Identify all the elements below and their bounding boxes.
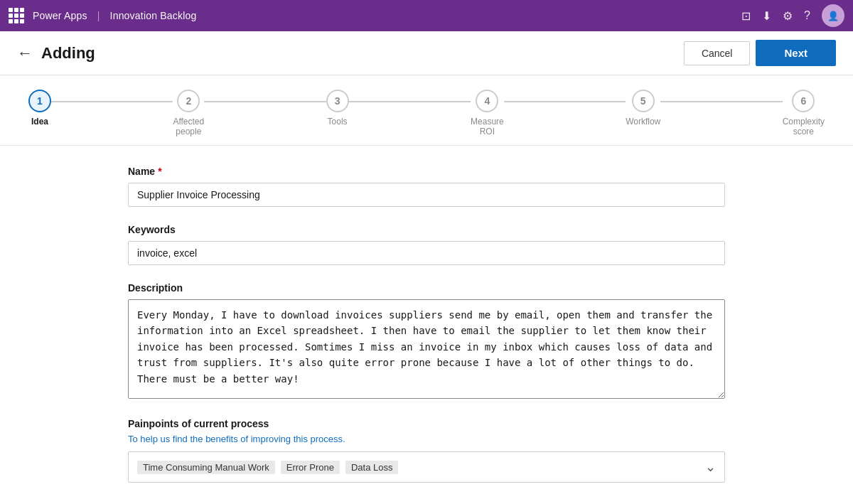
step-circle-6: 6 <box>792 90 815 112</box>
back-arrow-icon: ← <box>17 44 33 63</box>
name-input[interactable] <box>128 183 725 207</box>
tag-error-prone: Error Prone <box>281 461 340 474</box>
back-button[interactable]: ← <box>17 44 33 63</box>
topbar-separator: | <box>97 10 100 21</box>
avatar[interactable]: 👤 <box>822 4 844 27</box>
step-circle-3: 3 <box>326 90 349 112</box>
download-icon[interactable]: ⬇ <box>762 9 771 23</box>
step-label-2: Affectedpeople <box>173 117 204 136</box>
name-label: Name* <box>128 166 725 177</box>
step-1[interactable]: 1 Idea <box>28 90 51 127</box>
keywords-field-group: Keywords <box>128 224 725 265</box>
help-icon[interactable]: ? <box>804 9 810 22</box>
step-connector-5-6 <box>660 101 782 102</box>
description-textarea[interactable]: Every Monday, I have to download invoice… <box>128 299 725 399</box>
painpoints-field-group: Painpoints of current process To help us… <box>128 418 725 483</box>
cancel-button[interactable]: Cancel <box>684 41 751 65</box>
keywords-input[interactable] <box>128 241 725 265</box>
form-area: Name* Keywords Description Every Monday,… <box>0 146 853 504</box>
painpoints-hint: To help us find the benefits of improvin… <box>128 434 725 444</box>
topbar: Power Apps | Innovation Backlog ⊡ ⬇ ⚙ ? … <box>0 0 853 31</box>
stepper: 1 Idea 2 Affectedpeople 3 Tools 4 Measur… <box>0 75 853 146</box>
topbar-actions: ⊡ ⬇ ⚙ ? 👤 <box>741 4 844 27</box>
step-connector-4-5 <box>504 101 626 102</box>
step-circle-2: 2 <box>177 90 200 112</box>
next-button[interactable]: Next <box>756 40 836 66</box>
chevron-down-icon: ⌄ <box>705 459 716 475</box>
description-field-group: Description Every Monday, I have to down… <box>128 282 725 401</box>
painpoints-dropdown[interactable]: Time Consuming Manual Work Error Prone D… <box>128 451 725 483</box>
description-label: Description <box>128 282 725 294</box>
grid-icon[interactable] <box>9 8 24 23</box>
tag-time-consuming: Time Consuming Manual Work <box>137 461 275 474</box>
painpoints-label: Painpoints of current process <box>128 418 725 429</box>
tag-data-loss: Data Loss <box>345 461 399 474</box>
step-4[interactable]: 4 MeasureROI <box>471 90 504 136</box>
app-name[interactable]: Power Apps <box>33 10 87 21</box>
page-title: Adding <box>41 44 684 63</box>
step-circle-4: 4 <box>476 90 498 112</box>
step-label-6: Complexityscore <box>783 117 825 136</box>
keywords-label: Keywords <box>128 224 725 235</box>
step-connector-3-4 <box>349 101 471 102</box>
painpoints-tags: Time Consuming Manual Work Error Prone D… <box>137 461 398 474</box>
name-field-group: Name* <box>128 166 725 207</box>
step-5[interactable]: 5 Workflow <box>626 90 660 127</box>
step-label-3: Tools <box>328 117 348 127</box>
step-label-5: Workflow <box>626 117 660 127</box>
topbar-section[interactable]: Innovation Backlog <box>110 10 197 21</box>
gear-icon[interactable]: ⚙ <box>783 9 793 23</box>
step-6[interactable]: 6 Complexityscore <box>783 90 825 136</box>
step-label-4: MeasureROI <box>471 117 504 136</box>
step-3[interactable]: 3 Tools <box>326 90 349 127</box>
step-circle-5: 5 <box>632 90 655 112</box>
step-connector-1-2 <box>51 101 173 102</box>
step-circle-1: 1 <box>28 90 51 112</box>
step-2[interactable]: 2 Affectedpeople <box>173 90 204 136</box>
step-connector-2-3 <box>204 101 326 102</box>
step-label-1: Idea <box>31 117 48 127</box>
page-header: ← Adding Cancel Next <box>0 31 853 75</box>
screen-icon[interactable]: ⊡ <box>741 9 751 23</box>
